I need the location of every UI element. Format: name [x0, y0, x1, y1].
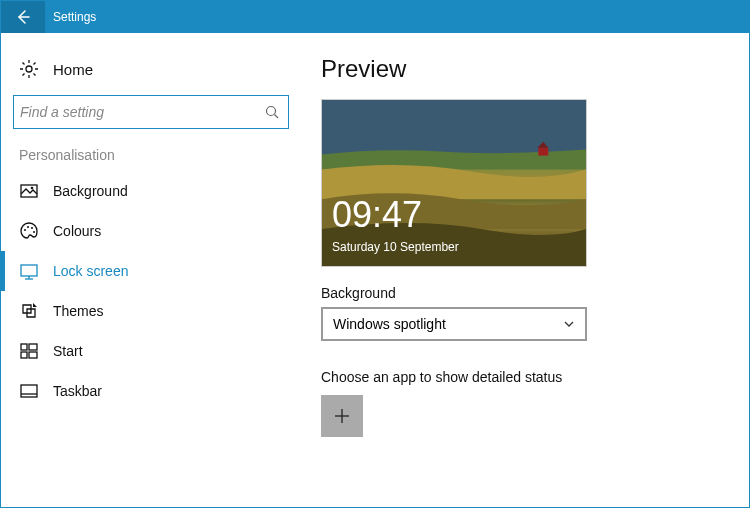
lock-screen-icon: [19, 261, 39, 281]
home-button[interactable]: Home: [1, 51, 301, 87]
themes-icon: [19, 301, 39, 321]
svg-rect-16: [29, 352, 37, 358]
sidebar-item-start[interactable]: Start: [1, 331, 301, 371]
titlebar: Settings: [1, 1, 749, 33]
chevron-down-icon: [563, 318, 575, 330]
content-area: Home Personalisation Background Colours: [1, 33, 749, 507]
taskbar-icon: [19, 381, 39, 401]
sidebar-item-label: Colours: [53, 223, 101, 239]
sidebar-item-label: Themes: [53, 303, 104, 319]
preview-date: Saturday 10 September: [332, 240, 459, 254]
search-input[interactable]: [20, 104, 264, 120]
svg-point-8: [31, 227, 33, 229]
sidebar-item-label: Taskbar: [53, 383, 102, 399]
sidebar-item-label: Lock screen: [53, 263, 128, 279]
svg-point-6: [24, 229, 26, 231]
gear-icon: [19, 59, 39, 79]
picture-icon: [19, 181, 39, 201]
svg-point-5: [31, 187, 34, 190]
home-label: Home: [53, 61, 93, 78]
sidebar-item-label: Background: [53, 183, 128, 199]
svg-rect-15: [21, 352, 27, 358]
svg-rect-10: [21, 265, 37, 276]
svg-rect-14: [29, 344, 37, 350]
svg-line-3: [275, 115, 279, 119]
start-icon: [19, 341, 39, 361]
sidebar-item-lock-screen[interactable]: Lock screen: [1, 251, 301, 291]
search-icon: [264, 104, 280, 120]
svg-rect-17: [21, 385, 37, 397]
main-panel: Preview 09:47 Saturday 10 September Back…: [301, 33, 749, 507]
sidebar-item-colours[interactable]: Colours: [1, 211, 301, 251]
add-status-app-button[interactable]: [321, 395, 363, 437]
sidebar-item-label: Start: [53, 343, 83, 359]
page-heading: Preview: [321, 55, 719, 83]
section-title: Personalisation: [1, 147, 301, 163]
svg-point-9: [33, 231, 35, 233]
background-select-value: Windows spotlight: [333, 316, 446, 332]
preview-time: 09:47: [332, 194, 422, 236]
sidebar-item-themes[interactable]: Themes: [1, 291, 301, 331]
svg-point-7: [27, 226, 29, 228]
window-title: Settings: [53, 10, 96, 24]
lock-screen-preview: 09:47 Saturday 10 September: [321, 99, 587, 267]
svg-point-2: [267, 107, 276, 116]
back-arrow-icon: [15, 9, 31, 25]
sidebar-item-taskbar[interactable]: Taskbar: [1, 371, 301, 411]
background-label: Background: [321, 285, 719, 301]
plus-icon: [334, 408, 350, 424]
sidebar-item-background[interactable]: Background: [1, 171, 301, 211]
sidebar: Home Personalisation Background Colours: [1, 33, 301, 507]
detailed-status-label: Choose an app to show detailed status: [321, 369, 719, 385]
palette-icon: [19, 221, 39, 241]
back-button[interactable]: [1, 1, 45, 33]
svg-rect-13: [21, 344, 27, 350]
svg-rect-20: [538, 148, 548, 156]
background-select[interactable]: Windows spotlight: [321, 307, 587, 341]
search-input-wrapper[interactable]: [13, 95, 289, 129]
svg-point-1: [26, 66, 32, 72]
